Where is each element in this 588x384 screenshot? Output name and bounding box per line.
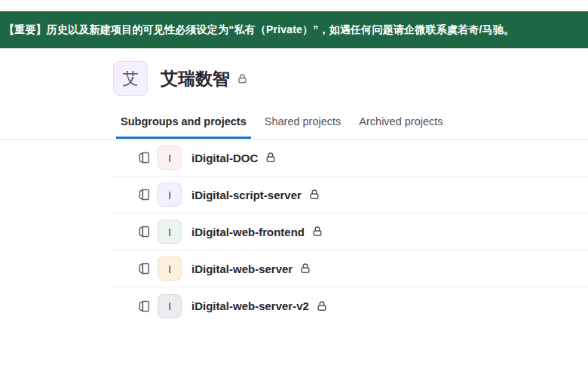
project-cube-icon: [137, 262, 151, 275]
project-avatar-letter: I: [168, 189, 171, 201]
project-name-link[interactable]: iDigital-web-server: [191, 263, 292, 275]
project-avatar-letter: I: [168, 300, 171, 312]
project-row[interactable]: I iDigital-web-server-v2: [112, 287, 588, 324]
group-title: 艾瑞数智: [161, 67, 230, 91]
project-row[interactable]: I iDigital-script-server: [112, 177, 588, 214]
gitlab-group-page: 【重要】历史以及新建项目的可见性必须设定为“私有（Private）”，如遇任何问…: [0, 0, 588, 384]
project-avatar: I: [158, 294, 182, 318]
project-cube-icon: [137, 225, 151, 238]
project-avatar: I: [158, 257, 182, 281]
group-avatar: 艾: [113, 61, 148, 96]
lock-icon: [308, 189, 320, 201]
project-avatar: I: [158, 183, 182, 207]
tab-archived-projects[interactable]: Archived projects: [354, 115, 447, 139]
lock-icon: [265, 152, 277, 164]
project-cube-icon: [137, 188, 151, 201]
top-strip: [0, 0, 588, 11]
project-name-link[interactable]: iDigital-script-server: [191, 189, 302, 201]
group-avatar-letter: 艾: [123, 68, 139, 89]
project-avatar: I: [158, 146, 182, 170]
lock-icon: [299, 263, 311, 275]
project-name-link[interactable]: iDigital-web-server-v2: [191, 300, 309, 312]
project-avatar-letter: I: [168, 226, 171, 238]
project-row[interactable]: I iDigital-web-server: [112, 250, 588, 287]
lock-icon: [316, 300, 328, 312]
tab-shared-projects[interactable]: Shared projects: [260, 115, 346, 139]
project-row[interactable]: I iDigital-DOC: [112, 140, 588, 177]
project-cube-icon: [137, 151, 151, 164]
broadcast-banner-text: 【重要】历史以及新建项目的可见性必须设定为“私有（Private）”，如遇任何问…: [4, 23, 514, 37]
lock-icon: [311, 226, 323, 238]
project-cube-icon: [137, 300, 151, 313]
lock-icon: [237, 73, 248, 84]
group-header: 艾 艾瑞数智: [113, 61, 588, 96]
project-list: I iDigital-DOC I iDigital-script-server: [112, 140, 588, 324]
tab-subgroups-and-projects[interactable]: Subgroups and projects: [116, 115, 251, 139]
project-avatar-letter: I: [168, 263, 171, 275]
project-name-link[interactable]: iDigital-web-frontend: [191, 226, 305, 238]
broadcast-banner: 【重要】历史以及新建项目的可见性必须设定为“私有（Private）”，如遇任何问…: [0, 11, 588, 48]
project-avatar-letter: I: [168, 152, 171, 164]
project-avatar: I: [158, 220, 182, 244]
group-tabs: Subgroups and projects Shared projects A…: [0, 115, 588, 140]
project-name-link[interactable]: iDigital-DOC: [191, 152, 258, 164]
project-row[interactable]: I iDigital-web-frontend: [112, 214, 588, 250]
